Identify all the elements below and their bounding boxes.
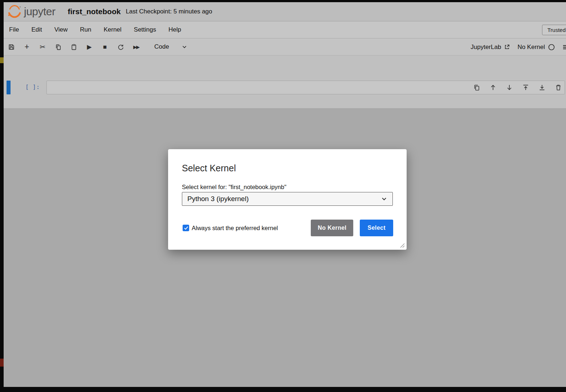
no-kernel-button[interactable]: No Kernel [311, 220, 353, 236]
copy-icon [55, 44, 62, 50]
dialog-footer: Always start the preferred kernel No Ker… [183, 220, 393, 236]
kernel-select-label: Select kernel for: "first_notebook.ipynb… [182, 184, 286, 191]
run-cell-button[interactable]: ▶ [84, 41, 95, 52]
cell-type-dropdown[interactable]: Code [154, 43, 187, 50]
restart-icon [117, 44, 124, 50]
clipboard-icon [70, 44, 77, 50]
copy-cell-button[interactable] [53, 41, 64, 52]
duplicate-cell-button[interactable] [473, 83, 481, 91]
dialog-title: Select Kernel [182, 163, 236, 173]
external-link-icon [504, 44, 510, 50]
insert-below-icon [538, 84, 546, 91]
kernel-idle-icon [548, 44, 555, 51]
menu-view[interactable]: View [54, 26, 68, 33]
add-cell-button[interactable]: + [21, 41, 32, 52]
chevron-down-icon [182, 44, 187, 50]
resize-handle[interactable] [400, 243, 405, 248]
cell-toolbar [473, 83, 562, 91]
move-cell-up-button[interactable] [489, 83, 497, 91]
jupyter-logo-text: jupyter [24, 5, 56, 18]
menu-edit[interactable]: Edit [31, 26, 42, 33]
window-edge-bottom [0, 387, 566, 392]
check-icon [184, 226, 188, 230]
arrow-up-icon [489, 84, 497, 91]
titlebar: jupyter first_notebook Last Checkpoint: … [0, 2, 566, 21]
kernel-dropdown-value: Python 3 (ipykernel) [187, 195, 249, 203]
checkbox-label: Always start the preferred kernel [192, 225, 278, 232]
cut-cell-button[interactable]: ✂ [37, 41, 48, 52]
insert-above-icon [522, 84, 529, 91]
cell-type-value: Code [154, 43, 169, 50]
menu-settings[interactable]: Settings [134, 26, 156, 33]
always-start-option[interactable]: Always start the preferred kernel [183, 225, 278, 232]
checkpoint-label: Last Checkpoint: 5 minutes ago [126, 8, 212, 15]
kernel-indicator-icon[interactable] [562, 44, 566, 50]
run-icon: ▶ [87, 44, 91, 50]
cell-focus-bar [7, 81, 11, 94]
trusted-button[interactable]: Trusted [542, 25, 566, 35]
save-icon [8, 44, 15, 50]
kernel-status[interactable]: No Kernel [517, 44, 555, 51]
edge-accent-red [0, 359, 4, 367]
menu-run[interactable]: Run [80, 26, 91, 33]
scissors-icon: ✂ [40, 44, 45, 50]
insert-cell-below-button[interactable] [538, 83, 546, 91]
cell-prompt: [ ]: [25, 84, 40, 90]
insert-cell-above-button[interactable] [522, 83, 530, 91]
select-button[interactable]: Select [360, 220, 393, 236]
hamburger-icon [562, 44, 566, 50]
menu-file[interactable]: File [9, 26, 19, 33]
arrow-down-icon [506, 84, 513, 91]
select-kernel-dialog: Select Kernel Select kernel for: "first_… [168, 149, 407, 250]
menu-help[interactable]: Help [168, 26, 181, 33]
kernel-dropdown[interactable]: Python 3 (ipykernel) [182, 192, 393, 206]
toolbar-right: JupyterLab No Kernel [471, 38, 566, 56]
edge-accent-yellow [0, 57, 4, 63]
jupyterlab-link[interactable]: JupyterLab [471, 44, 510, 51]
trash-icon [555, 84, 562, 91]
stop-icon: ■ [103, 44, 107, 50]
paste-cell-button[interactable] [68, 41, 79, 52]
dialog-buttons: No Kernel Select [311, 220, 393, 236]
duplicate-icon [473, 84, 480, 91]
interrupt-kernel-button[interactable]: ■ [99, 41, 110, 52]
plus-icon: + [25, 43, 29, 51]
menu-kernel[interactable]: Kernel [103, 26, 121, 33]
move-cell-down-button[interactable] [505, 83, 513, 91]
fast-forward-icon: ▶▶ [133, 45, 139, 49]
window-edge-top [0, 0, 566, 2]
restart-kernel-button[interactable] [115, 41, 126, 52]
chevron-down-icon [381, 196, 387, 202]
notebook-title[interactable]: first_notebook [68, 7, 121, 16]
save-button[interactable] [6, 41, 17, 52]
jupyter-notebook-window: jupyter first_notebook Last Checkpoint: … [0, 0, 566, 392]
restart-run-all-button[interactable]: ▶▶ [131, 41, 142, 52]
notebook-toolbar: + ✂ ▶ ■ ▶▶ [0, 38, 566, 56]
always-start-checkbox[interactable] [183, 225, 189, 231]
jupyter-logo-icon[interactable] [7, 4, 23, 20]
delete-cell-button[interactable] [554, 83, 562, 91]
menubar: File Edit View Run Kernel Settings Help … [0, 21, 566, 38]
